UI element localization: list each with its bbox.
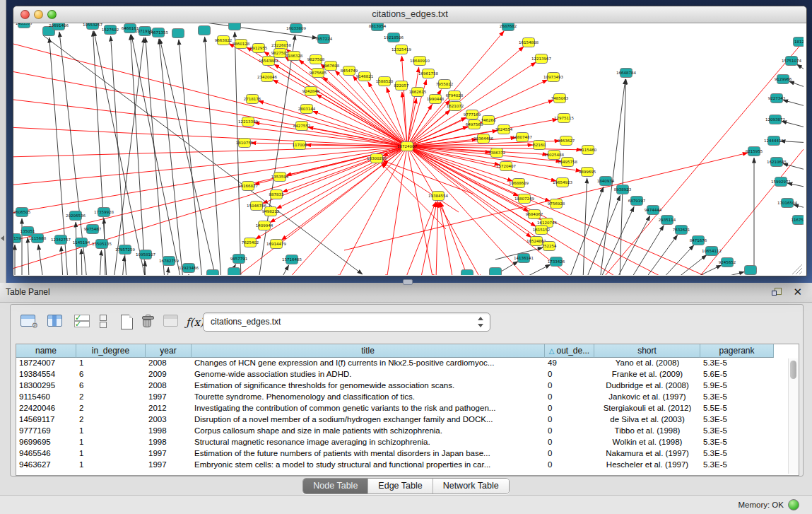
- table-cell[interactable]: 0: [545, 437, 594, 448]
- table-selector-dropdown[interactable]: citations_edges.txt: [203, 313, 490, 332]
- table-cell[interactable]: Dudbridge et al. (2008): [594, 380, 700, 392]
- table-cell[interactable]: Tibbo et al. (1998): [594, 426, 700, 437]
- network-node[interactable]: 7955812: [436, 80, 454, 89]
- network-node[interactable]: 9498212: [262, 207, 280, 216]
- network-node[interactable]: 19384554: [428, 192, 448, 201]
- network-node[interactable]: 9857791: [230, 255, 248, 264]
- table-cell[interactable]: 0: [545, 414, 594, 426]
- table-cell[interactable]: Hescheler et al. (1997): [594, 460, 700, 471]
- table-cell[interactable]: Wolkin et al. (1998): [594, 437, 700, 448]
- column-header-in_degree[interactable]: in_degree: [76, 344, 146, 358]
- table-cell[interactable]: 1: [76, 448, 146, 460]
- table-row[interactable]: 969969511998Structural magnetic resonanc…: [16, 437, 774, 448]
- network-node[interactable]: 17359928: [94, 208, 114, 217]
- tab-edge-table[interactable]: Edge Table: [368, 479, 433, 493]
- network-node[interactable]: 9875685: [310, 69, 327, 78]
- table-cell[interactable]: 0: [545, 448, 594, 460]
- table-cell[interactable]: 2003: [146, 414, 192, 426]
- network-node[interactable]: 16648784: [616, 69, 636, 78]
- table-cell[interactable]: Franke et al. (2009): [594, 369, 700, 380]
- new-table-button[interactable]: [121, 315, 133, 329]
- table-row[interactable]: 1830029562008Estimation of significance …: [16, 380, 774, 392]
- network-node[interactable]: 14136141: [514, 254, 534, 263]
- table-cell[interactable]: 1998: [146, 437, 192, 448]
- table-row[interactable]: 1456911722003Disruption of a novel membe…: [16, 414, 774, 426]
- table-cell[interactable]: 22420046: [16, 403, 76, 414]
- network-node[interactable]: 2967608: [322, 62, 340, 71]
- table-cell[interactable]: 2008: [146, 358, 192, 369]
- table-cell[interactable]: 6: [76, 369, 146, 380]
- network-node[interactable]: [172, 29, 184, 38]
- network-node[interactable]: 116753: [792, 216, 804, 225]
- table-cell[interactable]: 5.3E-5: [700, 426, 774, 437]
- network-node[interactable]: 9245652: [719, 258, 736, 267]
- column-header-short[interactable]: short: [594, 344, 700, 358]
- network-node[interactable]: [745, 266, 757, 275]
- network-node[interactable]: 15716485: [282, 255, 302, 264]
- table-cell[interactable]: 0: [545, 403, 594, 414]
- network-node[interactable]: 2606505: [13, 208, 31, 217]
- resize-grip-icon[interactable]: [796, 268, 802, 274]
- table-cell[interactable]: Jankovic et al. (1997): [594, 392, 700, 403]
- window-titlebar[interactable]: citations_edges.txt: [13, 6, 806, 23]
- network-node[interactable]: 752254: [542, 242, 557, 251]
- table-cell[interactable]: 1998: [146, 426, 192, 437]
- network-node[interactable]: 8912955: [250, 44, 268, 53]
- network-node[interactable]: 8813054: [369, 23, 387, 31]
- network-node[interactable]: 8215955: [746, 147, 763, 156]
- network-node[interactable]: 62160: [533, 141, 546, 150]
- network-node[interactable]: 9129966: [775, 75, 792, 84]
- table-cell[interactable]: 9465546: [16, 448, 76, 460]
- network-node[interactable]: 12093872: [765, 115, 785, 124]
- float-window-icon[interactable]: [772, 288, 782, 297]
- table-cell[interactable]: 18724007: [16, 358, 76, 369]
- network-node[interactable]: 6794028: [446, 91, 464, 100]
- network-node[interactable]: 9463627: [558, 136, 575, 146]
- network-node[interactable]: [199, 26, 211, 35]
- network-node[interactable]: 117006: [293, 141, 307, 150]
- table-cell[interactable]: 1: [76, 460, 146, 471]
- table-cell[interactable]: Embryonic stem cells: a model to study s…: [192, 460, 545, 471]
- network-node[interactable]: 10553257: [83, 23, 102, 30]
- network-node[interactable]: 9663822: [215, 36, 233, 45]
- table-cell[interactable]: 0: [545, 392, 594, 403]
- network-node[interactable]: 1115688: [29, 234, 47, 243]
- column-header-name[interactable]: name: [16, 344, 76, 358]
- network-node[interactable]: 7485063: [551, 94, 569, 103]
- network-node[interactable]: 1405577: [16, 23, 33, 28]
- network-node[interactable]: [490, 268, 502, 276]
- table-cell[interactable]: Estimation of the future numbers of pati…: [192, 448, 545, 460]
- network-node[interactable]: 20206536: [66, 211, 86, 221]
- network-node[interactable]: 6879197: [628, 197, 646, 206]
- table-cell[interactable]: 5.3E-5: [700, 358, 774, 369]
- network-node[interactable]: 1990448: [427, 95, 445, 104]
- row-height-button[interactable]: [100, 315, 107, 328]
- table-cell[interactable]: Changes of HCN gene expression and I(f) …: [192, 358, 545, 369]
- table-cell[interactable]: 0: [545, 460, 594, 471]
- network-node[interactable]: 1588520: [376, 77, 394, 86]
- network-node[interactable]: 7857224: [315, 35, 333, 44]
- network-node[interactable]: 10025488: [544, 151, 564, 160]
- table-cell[interactable]: 18300295: [16, 380, 76, 392]
- table-cell[interactable]: 1: [76, 358, 146, 369]
- table-cell[interactable]: Stergiakouli et al. (2012): [594, 403, 700, 414]
- table-row[interactable]: 1938455462009Genome-wide association stu…: [16, 369, 774, 380]
- network-node[interactable]: 9227343: [768, 94, 786, 103]
- network-node[interactable]: 7386372: [488, 148, 506, 158]
- select-rows-button[interactable]: ✓✓: [74, 315, 88, 327]
- network-node[interactable]: [207, 270, 219, 276]
- table-cell[interactable]: 5.9E-5: [700, 380, 774, 392]
- network-node[interactable]: 9827508: [307, 55, 325, 64]
- network-node[interactable]: 2803144: [298, 105, 316, 114]
- table-cell[interactable]: 1997: [146, 460, 192, 471]
- table-row[interactable]: 1872400712008Changes of HCN gene express…: [16, 358, 774, 369]
- network-node[interactable]: 887833: [269, 190, 284, 199]
- table-cell[interactable]: 9115460: [16, 392, 76, 403]
- table-cell[interactable]: Yano et al. (2008): [594, 358, 700, 369]
- table-cell[interactable]: 14569117: [16, 414, 76, 426]
- column-header-year[interactable]: year: [146, 344, 192, 358]
- table-cell[interactable]: 2008: [146, 380, 192, 392]
- network-node[interactable]: 1812: [794, 37, 804, 47]
- collapse-arrow-icon[interactable]: [1, 235, 4, 241]
- table-cell[interactable]: 5.3E-5: [700, 448, 774, 460]
